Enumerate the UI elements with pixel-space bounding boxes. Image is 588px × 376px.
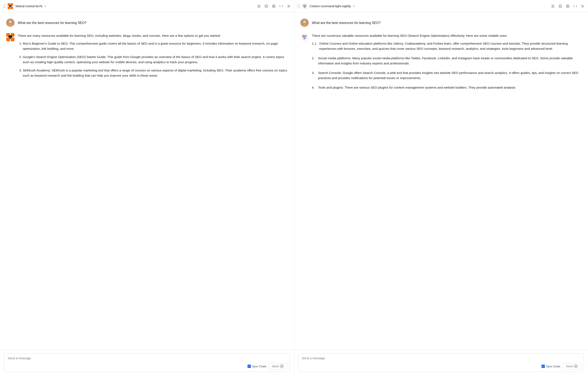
list-item: 2. Social media platforms: Many popular … [312, 55, 582, 66]
drag-handle-mistral[interactable] [3, 4, 6, 8]
user-avatar-cohere [300, 19, 309, 27]
cohere-model-name: Cohere command-light-nightly [310, 4, 351, 8]
list-item: 4. Tools and plugins: There are various … [312, 85, 582, 90]
mistral-answer-content: There are many resources available for l… [18, 33, 288, 81]
svg-point-16 [305, 5, 306, 6]
cohere-answer-message: There are numerous valuable resources av… [300, 33, 582, 94]
code-icon[interactable] [279, 4, 283, 8]
cohere-chevron-icon[interactable]: ▾ [353, 5, 355, 8]
cohere-chat-panel: What are the best resources for learning… [294, 12, 588, 376]
mistral-sync-checkbox[interactable] [247, 365, 251, 368]
cohere-user-message: What are the best resources for learning… [300, 19, 582, 27]
top-bar: Mistral mixtral-8x7b ▾ [0, 0, 588, 12]
mistral-chat-panel: What are the best resources for learning… [0, 12, 294, 376]
drag-handle-cohere[interactable] [298, 4, 300, 8]
cohere-model-icon [302, 3, 308, 9]
cohere-message-input[interactable] [302, 356, 581, 362]
mistral-message-input[interactable] [8, 356, 286, 362]
cohere-gear-icon[interactable] [581, 4, 585, 8]
mistral-model-icon [8, 3, 13, 9]
user-avatar-mistral [6, 19, 14, 27]
cohere-send-button[interactable]: Send [562, 363, 581, 370]
cohere-sync-label: Sync Chats [546, 365, 560, 368]
list-item: 3. Search Console: Google offers Search … [312, 70, 582, 81]
cohere-sync-chats[interactable]: Sync Chats [542, 365, 560, 368]
plus-circle-icon[interactable] [272, 4, 276, 8]
svg-point-28 [9, 21, 12, 23]
cohere-question-text: What are the best resources for learning… [312, 19, 582, 27]
list-num: 4. [312, 85, 316, 90]
cohere-code-icon[interactable] [573, 4, 577, 8]
list-text: Online Courses and Online education plat… [319, 41, 582, 52]
list-text: Social media platforms: Many popular soc… [318, 55, 582, 66]
cohere-send-icon [574, 365, 578, 368]
svg-point-44 [303, 37, 306, 40]
mistral-answer-icon [6, 33, 14, 41]
mistral-send-label: Send [272, 365, 279, 368]
list-text: Search Console: Google offers Search Con… [318, 70, 582, 81]
mistral-answer-message: There are many resources available for l… [6, 33, 288, 81]
svg-point-13 [288, 6, 289, 7]
mistral-chevron-icon[interactable]: ▾ [45, 5, 46, 8]
svg-rect-4 [11, 7, 13, 9]
cohere-send-label: Send [566, 365, 573, 368]
cohere-answer-content: There are numerous valuable resources av… [312, 33, 582, 94]
cohere-answer-list: 1.1. Online Courses and Online education… [312, 41, 582, 90]
list-item: 1.1. Online Courses and Online education… [312, 41, 582, 52]
list-item: SEMrush Academy: SEMrush is a popular ma… [23, 68, 288, 78]
cohere-sync-checkbox[interactable] [542, 365, 545, 368]
list-num: 3. [312, 70, 316, 81]
mistral-model-name: Mistral mixtral-8x7b [15, 4, 42, 8]
mistral-user-message: What are the best resources for learning… [6, 19, 288, 27]
mistral-input-box: Sync Chats Send [4, 353, 290, 372]
mistral-answer-intro: There are many resources available for l… [18, 33, 288, 38]
mistral-messages-area: What are the best resources for learning… [0, 12, 294, 350]
mistral-input-area: Sync Chats Send [0, 350, 294, 376]
svg-point-17 [304, 6, 306, 8]
mistral-answer-list: Moz's Beginner's Guide to SEO: This comp… [18, 41, 288, 78]
cohere-minus-circle-icon[interactable] [558, 4, 562, 8]
list-item: Google's Search Engine Optimization (SEO… [23, 54, 288, 65]
list-item: Moz's Beginner's Guide to SEO: This comp… [23, 41, 288, 52]
cohere-answer-intro: There are numerous valuable resources av… [312, 33, 582, 38]
panel-header-cohere: Cohere command-light-nightly ▾ [294, 0, 588, 12]
gear-icon[interactable] [287, 4, 291, 8]
cohere-plus-circle-icon[interactable] [566, 4, 570, 8]
list-icon[interactable] [257, 4, 261, 8]
list-num: 1.1. [312, 41, 317, 52]
mistral-sync-label: Sync Chats [252, 365, 266, 368]
cohere-input-area: Sync Chats Send [294, 350, 588, 376]
list-num: 2. [312, 55, 316, 66]
mistral-send-icon [280, 365, 284, 368]
cohere-header-icons [551, 4, 585, 8]
cohere-messages-area: What are the best resources for learning… [294, 12, 588, 350]
mistral-question-text: What are the best resources for learning… [18, 19, 288, 27]
list-text: Tools and plugins: There are various SEO… [318, 85, 515, 90]
svg-rect-33 [6, 38, 10, 41]
cohere-answer-icon [300, 33, 309, 41]
svg-point-15 [303, 5, 305, 6]
main-content: What are the best resources for learning… [0, 12, 588, 376]
svg-point-39 [303, 21, 306, 23]
panel-header-mistral: Mistral mixtral-8x7b ▾ [0, 0, 294, 12]
cohere-list-icon[interactable] [551, 4, 555, 8]
svg-rect-3 [8, 7, 10, 9]
mistral-sync-chats[interactable]: Sync Chats [247, 365, 266, 368]
svg-point-26 [582, 6, 583, 7]
mistral-header-icons [257, 4, 291, 8]
mistral-input-bottom: Sync Chats Send [7, 363, 287, 370]
svg-rect-34 [11, 38, 14, 41]
mistral-send-button[interactable]: Send [268, 363, 287, 370]
cohere-input-box: Sync Chats Send [298, 353, 584, 372]
minus-circle-icon[interactable] [264, 4, 268, 8]
cohere-input-bottom: Sync Chats Send [301, 363, 581, 370]
